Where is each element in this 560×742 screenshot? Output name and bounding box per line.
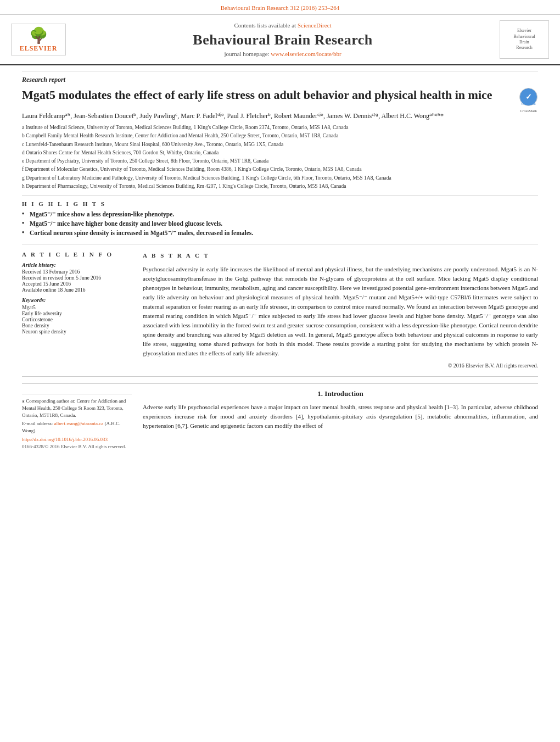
highlights-label: H I G H L I G H T S bbox=[22, 200, 538, 207]
journal-homepage: journal homepage: www.elsevier.com/locat… bbox=[66, 51, 500, 57]
keyword-item: Bone density bbox=[22, 323, 132, 328]
doi-link[interactable]: http://dx.doi.org/10.1016/j.bbr.2016.06.… bbox=[22, 437, 108, 442]
contents-text: Contents lists available at bbox=[234, 22, 296, 29]
contents-line: Contents lists available at ScienceDirec… bbox=[66, 22, 500, 29]
affiliation-item: g Department of Laboratory Medicine and … bbox=[22, 175, 538, 182]
accepted-date: Accepted 15 June 2016 bbox=[22, 281, 132, 287]
journal-header: 🌳 ELSEVIER Contents lists available at S… bbox=[0, 15, 560, 65]
affiliation-item: d Ontario Shores Centre for Mental Healt… bbox=[22, 149, 538, 157]
journal-header-center: Contents lists available at ScienceDirec… bbox=[66, 22, 500, 57]
highlight-item: Mgat5⁻/⁻ mice have higher bone density a… bbox=[22, 220, 538, 227]
article-info-abstract-row: A R T I C L E I N F O Article history: R… bbox=[22, 251, 538, 377]
revised-date: Received in revised form 5 June 2016 bbox=[22, 275, 132, 281]
introduction-section: ⁎ Corresponding author at: Centre for Ad… bbox=[22, 389, 538, 450]
intro-body: Adverse early life psychosocial experien… bbox=[143, 404, 538, 429]
available-date: Available online 18 June 2016 bbox=[22, 287, 132, 293]
journal-citation: Behavioural Brain Research 312 (2016) 25… bbox=[221, 4, 340, 11]
intro-heading: 1. Introduction bbox=[143, 389, 538, 398]
homepage-text: journal homepage: bbox=[224, 51, 269, 57]
highlight-item: Cortical neuron spine density is increas… bbox=[22, 229, 538, 237]
received-date: Received 13 February 2016 bbox=[22, 269, 132, 275]
intro-right: 1. Introduction Adverse early life psych… bbox=[143, 389, 538, 450]
affiliation-item: a Institute of Medical Science, Universi… bbox=[22, 124, 538, 131]
corresponding-text: ⁎ Corresponding author at: Centre for Ad… bbox=[22, 398, 126, 417]
main-content: Research report Mgat5 modulates the effe… bbox=[0, 65, 560, 456]
right-logo-text: ElsevierBehaviouralBrainResearch bbox=[513, 28, 535, 51]
highlights-section: H I G H L I G H T S Mgat5⁻/⁻ mice show a… bbox=[22, 200, 538, 244]
elsevier-brand-name: ELSEVIER bbox=[20, 44, 58, 53]
article-info-label: A R T I C L E I N F O bbox=[22, 251, 132, 258]
affiliation-item: h Department of Pharmacology, University… bbox=[22, 183, 538, 190]
journal-title: Behavioural Brain Research bbox=[66, 32, 500, 48]
keywords-list: Mgat5Early life adversityCorticosteroneB… bbox=[22, 305, 132, 334]
article-type-label: Research report bbox=[22, 71, 538, 84]
affiliation-item: c Lunenfeld-Tanenbaum Research Institute… bbox=[22, 141, 538, 148]
email-label: E-mail address: bbox=[22, 421, 53, 426]
sciencedirect-link[interactable]: ScienceDirect bbox=[298, 22, 332, 29]
elsevier-tree-icon: 🌳 bbox=[29, 26, 48, 44]
doi-line: http://dx.doi.org/10.1016/j.bbr.2016.06.… bbox=[22, 436, 132, 443]
article-info-col: A R T I C L E I N F O Article history: R… bbox=[22, 251, 132, 370]
keyword-item: Mgat5 bbox=[22, 305, 132, 310]
highlight-item: Mgat5⁻/⁻ mice show a less depression-lik… bbox=[22, 210, 538, 218]
article-history-label: Article history: bbox=[22, 262, 132, 268]
keywords-block: Keywords: Mgat5Early life adversityCorti… bbox=[22, 297, 132, 334]
abstract-body: Psychosocial adversity in early life inc… bbox=[143, 266, 538, 356]
crossmark-icon: ✓ CrossMark CrossMark bbox=[519, 87, 538, 107]
elsevier-right-logo: ElsevierBehaviouralBrainResearch bbox=[500, 20, 549, 59]
bottom-copyright: 0166-4328/© 2016 Elsevier B.V. All right… bbox=[22, 443, 132, 450]
email-footnote: E-mail address: albert.wang@utaranta.ca … bbox=[22, 420, 132, 434]
authors-text: Laura Feldcampᵃʰ, Jean-Sebastien Doucetᵇ… bbox=[22, 112, 444, 120]
authors: Laura Feldcampᵃʰ, Jean-Sebastien Doucetᵇ… bbox=[22, 111, 538, 121]
abstract-label: A B S T R A C T bbox=[143, 251, 538, 260]
svg-text:✓: ✓ bbox=[525, 93, 532, 101]
highlights-list: Mgat5⁻/⁻ mice show a less depression-lik… bbox=[22, 210, 538, 237]
keywords-label: Keywords: bbox=[22, 297, 132, 303]
section-divider bbox=[22, 383, 538, 384]
affiliation-item: e Department of Psychiatry, University o… bbox=[22, 158, 538, 165]
keyword-item: Neuron spine density bbox=[22, 329, 132, 334]
journal-citation-bar: Behavioural Brain Research 312 (2016) 25… bbox=[0, 0, 560, 15]
email-link[interactable]: albert.wang@utaranta.ca bbox=[54, 421, 103, 426]
homepage-link[interactable]: www.elsevier.com/locate/bbr bbox=[271, 51, 341, 57]
svg-text:CrossMark: CrossMark bbox=[521, 102, 536, 105]
intro-left: ⁎ Corresponding author at: Centre for Ad… bbox=[22, 389, 132, 450]
article-header: Mgat5 modulates the effect of early life… bbox=[22, 87, 538, 107]
affiliations: a Institute of Medical Science, Universi… bbox=[22, 124, 538, 196]
elsevier-logo: 🌳 ELSEVIER bbox=[11, 24, 66, 55]
article-title: Mgat5 modulates the effect of early life… bbox=[22, 87, 511, 103]
keyword-item: Corticosterone bbox=[22, 317, 132, 322]
affiliation-item: b Campbell Family Mental Health Research… bbox=[22, 132, 538, 140]
crossmark-label: CrossMark bbox=[519, 109, 538, 113]
intro-text: Adverse early life psychosocial experien… bbox=[143, 403, 538, 431]
abstract-text: Psychosocial adversity in early life inc… bbox=[143, 265, 538, 358]
corresponding-footnote: ⁎ Corresponding author at: Centre for Ad… bbox=[22, 398, 132, 419]
footnote-area: ⁎ Corresponding author at: Centre for Ad… bbox=[22, 394, 132, 450]
affiliation-item: f Department of Molecular Genetics, Univ… bbox=[22, 166, 538, 173]
article-history-block: Article history: Received 13 February 20… bbox=[22, 262, 132, 293]
abstract-copyright: © 2016 Elsevier B.V. All rights reserved… bbox=[143, 361, 538, 370]
keyword-item: Early life adversity bbox=[22, 311, 132, 316]
abstract-col: A B S T R A C T Psychosocial adversity i… bbox=[143, 251, 538, 370]
